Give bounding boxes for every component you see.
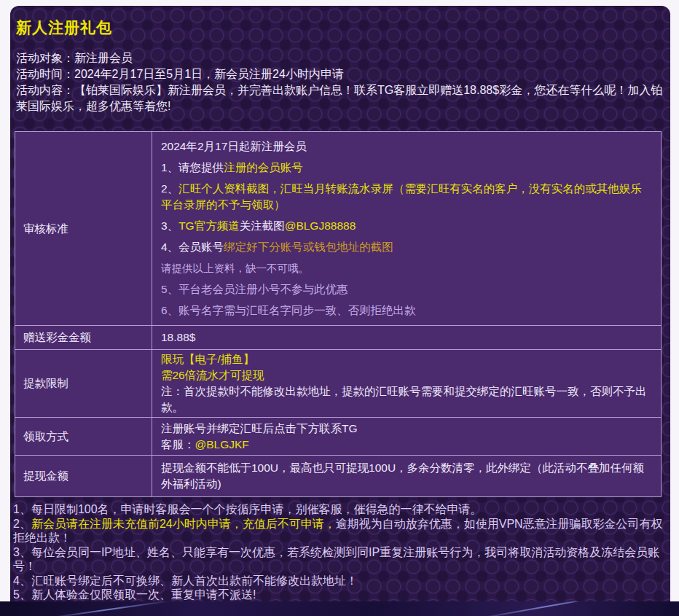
light-streak-icon	[467, 601, 625, 616]
note-2-highlight: 新会员请在注册未充值前24小时内申请，充值后不可申请，	[31, 518, 336, 530]
promo-panel: 新人注册礼包 活动对象：新注册会员 活动时间：2024年2月17日至5月1日，新…	[10, 6, 670, 601]
audit-intro-line: 2024年2月17日起新注册会员	[161, 139, 652, 155]
claim-row-label: 领取方式	[15, 418, 152, 456]
amount-row-label: 提现金额	[15, 456, 152, 497]
activity-content-label: 活动内容：	[16, 84, 74, 96]
footer-banner	[0, 601, 679, 616]
audit-item-1-text: 1、请您提供	[161, 161, 224, 174]
activity-time-label: 活动时间：	[16, 68, 74, 80]
audit-note: 请提供以上资料，缺一不可哦。	[161, 260, 652, 276]
table-row-audit: 审核标准 2024年2月17日起新注册会员 1、请您提供注册的会员账号 2、汇旺…	[15, 132, 662, 326]
note-4-text: 4、汇旺账号绑定后不可换绑、新人首次出款前不能修改出款地址！	[13, 574, 358, 587]
limit-line-turnover: 需26倍流水才可提现	[161, 367, 652, 383]
audit-item-4: 4、会员账号绑定好下分账号或钱包地址的截图	[161, 239, 652, 255]
claim-row-content: 注册账号并绑定汇旺后点击下方联系TG 客服：@BLGJKF	[152, 418, 662, 456]
table-row-claim-method: 领取方式 注册账号并绑定汇旺后点击下方联系TG 客服：@BLGJKF	[15, 418, 662, 456]
promo-table: 审核标准 2024年2月17日起新注册会员 1、请您提供注册的会员账号 2、汇旺…	[15, 131, 662, 497]
audit-item-2: 2、汇旺个人资料截图，汇旺当月转账流水录屏（需要汇旺有实名的客户，没有实名的或其…	[161, 181, 652, 213]
note-1-text: 1、每日限制100名，申请时客服会一个个按循序申请，别催客服，催得急的一律不给申…	[13, 503, 482, 515]
activity-content-value: 【铂莱国际娱乐】新注册会员，并完善出款账户信息！联系TG客服立即赠送18.88$…	[16, 84, 662, 112]
light-streak-icon	[44, 601, 175, 616]
claim-line-1: 注册账号并绑定汇旺后点击下方联系TG	[161, 421, 652, 437]
audit-item-1: 1、请您提供注册的会员账号	[161, 160, 652, 176]
bonus-row-label: 赠送彩金金额	[15, 326, 152, 350]
audit-item-3-highlight: TG官方频道	[178, 219, 240, 232]
audit-item-3-text: 3、	[161, 219, 178, 232]
note-2-prefix: 2、	[13, 518, 31, 530]
limit-row-content: 限玩【电子/捕鱼】 需26倍流水才可提现 注：首次提款时不能修改出款地址，提款的…	[152, 350, 662, 418]
activity-target-value: 新注册会员	[74, 52, 133, 64]
activity-content-line: 活动内容：【铂莱国际娱乐】新注册会员，并完善出款账户信息！联系TG客服立即赠送1…	[16, 82, 664, 114]
promo-page: 新人注册礼包 活动对象：新注册会员 活动时间：2024年2月17日至5月1日，新…	[0, 0, 679, 616]
note-5: 5、新人体验金仅限领取一次、重复申请不派送!	[13, 588, 663, 601]
limit-line-note: 注：首次提款时不能修改出款地址，提款的汇旺账号需要和提交绑定的汇旺账号一致，否则…	[161, 383, 652, 416]
limit-row-label: 提款限制	[15, 350, 152, 418]
claim-line-2: 客服：@BLGJKF	[161, 437, 652, 453]
audit-item-3: 3、TG官方频道关注截图@BLGJ88888	[161, 218, 652, 234]
note-3: 3、每位会员同一IP地址、姓名、只能享有一次优惠，若系统检测到同IP重复注册账号…	[13, 545, 663, 574]
audit-item-2-text: 2、	[161, 182, 178, 195]
audit-row-content: 2024年2月17日起新注册会员 1、请您提供注册的会员账号 2、汇旺个人资料截…	[152, 132, 662, 326]
bonus-amount: 18.88$	[152, 326, 662, 350]
audit-item-1-highlight: 注册的会员账号	[224, 161, 303, 174]
audit-item-3-text2: 关注截图	[240, 219, 285, 232]
table-row-bonus: 赠送彩金金额 18.88$	[15, 326, 662, 350]
note-4: 4、汇旺账号绑定后不可换绑、新人首次出款前不能修改出款地址！	[13, 574, 663, 588]
audit-item-4-text: 4、会员账号	[161, 241, 224, 253]
audit-item-4-highlight: 绑定好下分账号或钱包地址的截图	[224, 241, 393, 253]
audit-item-5: 5、平台老会员注册小号不参与此优惠	[161, 281, 652, 297]
tg-support-handle: @BLGJKF	[195, 438, 249, 451]
tg-channel-handle: @BLGJ88888	[285, 219, 356, 232]
intro-block: 活动对象：新注册会员 活动时间：2024年2月17日至5月1日，新会员注册24小…	[16, 50, 664, 114]
support-label: 客服：	[161, 438, 195, 451]
activity-target-line: 活动对象：新注册会员	[16, 50, 664, 66]
note-3-text: 3、每位会员同一IP地址、姓名、只能享有一次优惠，若系统检测到同IP重复注册账号…	[13, 546, 659, 573]
amount-row-content: 提现金额不能低于100U，最高也只可提现100U，多余分数清零，此外绑定（此活动…	[152, 456, 662, 497]
activity-time-line: 活动时间：2024年2月17日至5月1日，新会员注册24小时内申请	[16, 66, 664, 82]
table-row-withdraw-amount: 提现金额 提现金额不能低于100U，最高也只可提现100U，多余分数清零，此外绑…	[15, 456, 662, 497]
note-5-text: 5、新人体验金仅限领取一次、重复申请不派送!	[13, 588, 256, 601]
note-2: 2、新会员请在注册未充值前24小时内申请，充值后不可申请，逾期视为自动放弃优惠，…	[13, 517, 663, 545]
activity-time-value: 2024年2月17日至5月1日，新会员注册24小时内申请	[74, 68, 344, 80]
limit-line-games: 限玩【电子/捕鱼】	[161, 351, 652, 367]
audit-row-label: 审核标准	[15, 132, 152, 326]
note-1: 1、每日限制100名，申请时客服会一个个按循序申请，别催客服，催得急的一律不给申…	[13, 502, 663, 517]
activity-target-label: 活动对象：	[16, 52, 74, 64]
audit-item-6: 6、账号名字需与汇旺名字同步一致、否则拒绝出款	[161, 303, 652, 319]
audit-item-2-highlight: 汇旺个人资料截图，汇旺当月转账流水录屏（需要汇旺有实名的客户，没有实名的或其他娱…	[161, 182, 642, 211]
table-row-withdraw-limit: 提款限制 限玩【电子/捕鱼】 需26倍流水才可提现 注：首次提款时不能修改出款地…	[15, 350, 662, 418]
terms-notes: 1、每日限制100名，申请时客服会一个个按循序申请，别催客服，催得急的一律不给申…	[13, 502, 663, 601]
page-title: 新人注册礼包	[16, 17, 670, 38]
